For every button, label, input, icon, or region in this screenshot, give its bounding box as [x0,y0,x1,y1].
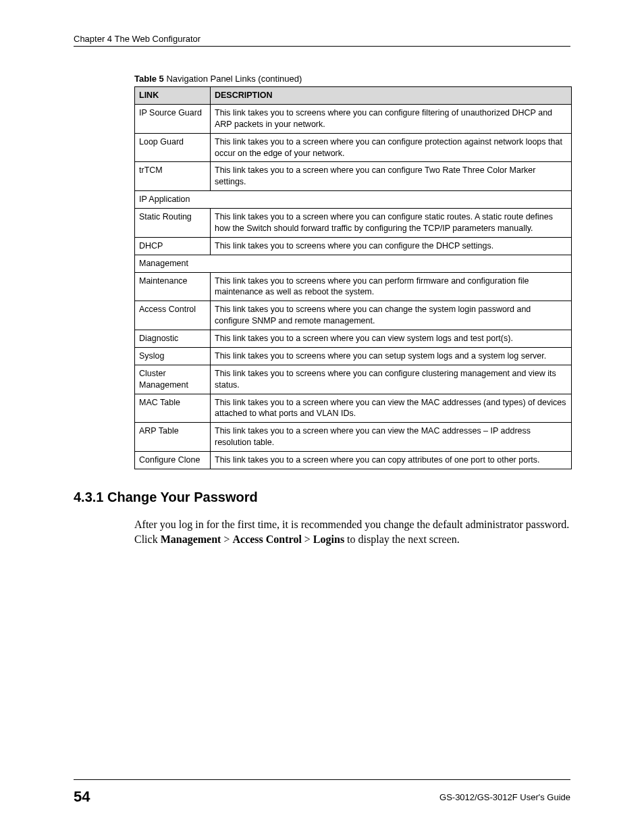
table-row: Loop GuardThis link takes you to a scree… [135,133,572,162]
table-cell-description: This link takes you to a screen where yo… [211,394,572,423]
table-cell-description: This link takes you to screens where you… [211,237,572,255]
table-cell-link: Maintenance [135,272,211,301]
breadcrumb-sep: > [221,533,232,545]
table-cell-link: Loop Guard [135,133,211,162]
table-caption-text: Navigation Panel Links (continued) [164,74,302,84]
section-heading: 4.3.1 Change Your Password [74,490,570,505]
table-cell-link: Configure Clone [135,452,211,469]
chapter-title: Chapter 4 The Web Configurator [74,34,570,44]
navigation-links-table: LINK DESCRIPTION IP Source GuardThis lin… [134,86,572,469]
table-cell-category: Management [135,255,572,272]
guide-name: GS-3012/GS-3012F User's Guide [439,792,570,802]
table-cell-link: DHCP [135,237,211,255]
table-cell-link: MAC Table [135,394,211,423]
table-cell-description: This link takes you to screens where you… [211,301,572,330]
table-row: IP Source GuardThis link takes you to sc… [135,104,572,133]
table-row: trTCMThis link takes you to a screen whe… [135,162,572,191]
table-row: MaintenanceThis link takes you to screen… [135,272,572,301]
section-paragraph: After you log in for the first time, it … [134,517,570,548]
table-row: DHCPThis link takes you to screens where… [135,237,572,255]
table-cell-link: Access Control [135,301,211,330]
table-cell-link: trTCM [135,162,211,191]
table-cell-category: IP Application [135,191,572,209]
table-cell-link: Diagnostic [135,330,211,348]
header-description: DESCRIPTION [211,87,572,105]
table-cell-link: Syslog [135,347,211,365]
page-footer: 54 GS-3012/GS-3012F User's Guide [74,779,570,806]
table-cell-link: Static Routing [135,209,211,238]
breadcrumb-management: Management [161,533,221,545]
table-cell-link: IP Source Guard [135,104,211,133]
table-cell-description: This link takes you to a screen where yo… [211,209,572,238]
table-row: Access ControlThis link takes you to scr… [135,301,572,330]
table-cell-link: Cluster Management [135,365,211,394]
table-header-row: LINK DESCRIPTION [135,87,572,105]
table-cell-description: This link takes you to a screen where yo… [211,133,572,162]
page-header: Chapter 4 The Web Configurator [74,34,570,47]
table-cell-description: This link takes you to a screen where yo… [211,330,572,348]
table-caption-bold: Table 5 [134,74,164,84]
table-cell-description: This link takes you to screens where you… [211,365,572,394]
table-cell-description: This link takes you to a screen where yo… [211,423,572,452]
table-row: Cluster ManagementThis link takes you to… [135,365,572,394]
header-link: LINK [135,87,211,105]
page-number: 54 [74,788,90,806]
table-cell-description: This link takes you to screens where you… [211,272,572,301]
table-row: Static RoutingThis link takes you to a s… [135,209,572,238]
table-row: Management [135,255,572,272]
para-text-after: to display the next screen. [344,533,460,545]
table-cell-description: This link takes you to screens where you… [211,347,572,365]
table-row: DiagnosticThis link takes you to a scree… [135,330,572,348]
table-row: IP Application [135,191,572,209]
table-cell-description: This link takes you to a screen where yo… [211,162,572,191]
table-row: ARP TableThis link takes you to a screen… [135,423,572,452]
breadcrumb-access-control: Access Control [232,533,301,545]
breadcrumb-logins: Logins [313,533,344,545]
table-cell-link: ARP Table [135,423,211,452]
table-row: Configure CloneThis link takes you to a … [135,452,572,469]
table-cell-description: This link takes you to a screen where yo… [211,452,572,469]
table-row: MAC TableThis link takes you to a screen… [135,394,572,423]
table-row: SyslogThis link takes you to screens whe… [135,347,572,365]
breadcrumb-sep: > [302,533,313,545]
table-caption: Table 5 Navigation Panel Links (continue… [134,74,570,84]
table-cell-description: This link takes you to screens where you… [211,104,572,133]
